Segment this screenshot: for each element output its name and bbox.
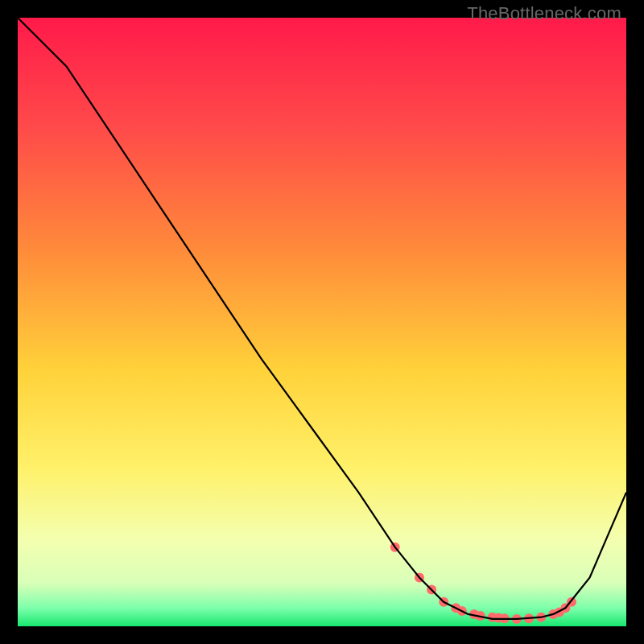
watermark-text: TheBottleneck.com <box>467 3 621 24</box>
chart-svg <box>18 18 626 626</box>
chart-frame <box>18 18 626 626</box>
gradient-background <box>18 18 626 626</box>
